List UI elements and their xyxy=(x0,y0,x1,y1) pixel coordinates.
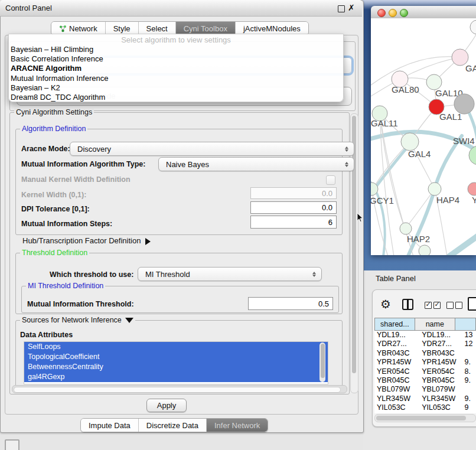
which-threshold-combo[interactable]: MI Threshold xyxy=(138,267,322,281)
scrollbar-thumb[interactable] xyxy=(14,387,341,393)
tab-label: jActiveMNodules xyxy=(243,24,301,33)
table-row[interactable]: YBR045CYBR045C9. xyxy=(374,376,476,385)
tab-infer-network[interactable]: Infer Network xyxy=(206,419,268,432)
unchecked-box-icon xyxy=(455,302,462,309)
node-label-gal1: GAL1 xyxy=(439,112,462,122)
network-node-y[interactable] xyxy=(468,182,476,195)
network-node[interactable] xyxy=(454,94,474,114)
minimize-traffic-light-icon[interactable] xyxy=(389,9,397,17)
mi-steps-label: Mutual Information Steps: xyxy=(21,220,112,228)
page-icon[interactable] xyxy=(468,297,476,311)
table-cell: YBR045C xyxy=(419,376,464,385)
tab-impute-data[interactable]: Impute Data xyxy=(81,419,138,432)
floating-widget[interactable] xyxy=(5,439,19,450)
column-header-shared[interactable]: shared... xyxy=(374,318,415,331)
table-row[interactable]: YDR27...YDR27...12 xyxy=(374,340,476,348)
tab-label: Infer Network xyxy=(214,421,260,430)
table-row[interactable]: YER054CYER054C8. xyxy=(374,367,476,376)
table-cell: 13 xyxy=(464,331,476,340)
table-cell: 8. xyxy=(464,367,476,376)
manual-kernel-checkbox[interactable] xyxy=(326,175,335,185)
algorithm-option-basic-correlation-inference[interactable]: Basic Correlation Inference xyxy=(9,54,343,64)
algorithm-option-mutual-information-inference[interactable]: Mutual Information Inference xyxy=(9,74,343,83)
algorithm-option-aracne-algorithm[interactable]: ARACNE Algorithm xyxy=(9,64,343,73)
zoom-traffic-light-icon[interactable] xyxy=(400,9,408,17)
attributes-list-scrollbar[interactable] xyxy=(319,343,325,382)
table-horizontal-scrollbar[interactable] xyxy=(374,414,476,422)
stepper-arrows-icon xyxy=(344,162,349,167)
settings-horizontal-scrollbar[interactable] xyxy=(12,385,347,393)
network-node-hap2[interactable] xyxy=(400,223,412,234)
close-icon[interactable]: ✗ xyxy=(348,3,355,12)
table-row[interactable]: YDL19...YDL19...13 xyxy=(374,331,476,340)
table-row[interactable]: YPR145WYPR145W9. xyxy=(374,358,476,367)
tab-discretize-data[interactable]: Discretize Data xyxy=(138,419,206,432)
close-traffic-light-icon[interactable] xyxy=(377,9,386,17)
tab-style[interactable]: Style xyxy=(105,22,138,35)
network-node[interactable] xyxy=(470,20,476,34)
mi-steps-field[interactable] xyxy=(250,216,337,229)
column-header-name[interactable]: name xyxy=(415,318,455,331)
select-all-icon[interactable] xyxy=(425,302,441,309)
algorithm-option-bayesian-k2[interactable]: Bayesian – K2 xyxy=(9,83,343,93)
network-canvas[interactable]: GALGAL80GAL10GAL1GAL11SWI4GAL4GCY1HAP4YH… xyxy=(371,18,476,255)
collapse-arrow-icon xyxy=(125,318,133,323)
mi-threshold-field[interactable] xyxy=(248,297,333,310)
table-row[interactable]: YIL053CYIL053C9 xyxy=(374,403,476,412)
data-attribute-item[interactable]: BetweennessCentrality xyxy=(24,362,328,372)
stepper-arrows-icon xyxy=(311,272,317,277)
tab-label: Style xyxy=(113,24,131,33)
algorithm-dropdown-list: Bayesian – Hill ClimbingBasic Correlatio… xyxy=(9,45,343,102)
dpi-tolerance-label: DPI Tolerance [0,1]: xyxy=(21,205,90,213)
algorithm-option-dream8-dc-tdc-algorithm[interactable]: Dream8 DC_TDC Algorithm xyxy=(9,93,343,102)
network-edge[interactable] xyxy=(371,57,460,89)
data-attribute-item[interactable]: gal4RGexp xyxy=(24,372,328,382)
node-label-y: Y xyxy=(472,195,476,205)
mi-type-combo[interactable]: Naive Bayes xyxy=(158,157,354,171)
column-header-blank[interactable] xyxy=(455,318,476,331)
aracne-mode-combo[interactable]: Discovery xyxy=(70,142,354,156)
which-threshold-value: MI Threshold xyxy=(145,270,311,279)
mi-type-label: Mutual Information Algorithm Type: xyxy=(21,160,145,168)
float-window-icon[interactable] xyxy=(338,5,345,12)
table-row[interactable]: YBR043CYBR043C xyxy=(374,349,476,358)
sources-title: Sources for Network Inference xyxy=(22,316,122,324)
checked-box-icon xyxy=(425,302,432,309)
network-window: GALGAL80GAL10GAL1GAL11SWI4GAL4GCY1HAP4YH… xyxy=(371,6,476,255)
scrollbar-thumb[interactable] xyxy=(376,416,466,420)
data-attribute-item[interactable]: TopologicalCoefficient xyxy=(24,352,328,362)
algorithm-definition-title: Algorithm Definition xyxy=(20,125,87,133)
aracne-mode-label: Aracne Mode: xyxy=(21,145,70,153)
aracne-mode-value: Discovery xyxy=(77,145,344,154)
algorithm-option-bayesian-hill-climbing[interactable]: Bayesian – Hill Climbing xyxy=(9,45,343,54)
apply-button[interactable]: Apply xyxy=(146,399,187,412)
table-row[interactable]: YBL079WYBL079W xyxy=(374,385,476,394)
network-node-hap4[interactable] xyxy=(428,182,441,195)
table-panel-title: Table Panel xyxy=(376,274,416,283)
table-cell: YDL19... xyxy=(374,331,419,340)
gear-icon[interactable]: ⚙ xyxy=(380,297,391,311)
tab-jactivemnodules[interactable]: jActiveMNodules xyxy=(235,22,308,35)
table-row[interactable]: YLR345WYLR345W9. xyxy=(374,394,476,403)
tab-cyni-toolbox[interactable]: Cyni Toolbox xyxy=(175,22,235,35)
tab-label: Cyni Toolbox xyxy=(184,24,227,33)
cyni-settings-title: Cyni Algorithm Settings xyxy=(14,108,94,116)
tab-select[interactable]: Select xyxy=(138,22,175,35)
network-node[interactable] xyxy=(419,245,431,255)
kernel-width-field[interactable] xyxy=(250,187,337,199)
network-window-titlebar[interactable] xyxy=(371,6,476,19)
data-attribute-item[interactable]: SelfLoops xyxy=(24,342,328,352)
tab-network[interactable]: Network xyxy=(51,22,105,35)
node-label-gcy1: GCY1 xyxy=(371,195,394,206)
network-node-gal4[interactable] xyxy=(401,133,419,151)
split-panel-icon[interactable] xyxy=(402,299,413,310)
sources-toggle[interactable]: Sources for Network Inference xyxy=(20,316,135,324)
hub-definition-toggle[interactable]: Hub/Transcription Factor Definition xyxy=(22,236,151,245)
dpi-tolerance-field[interactable] xyxy=(250,201,337,214)
deselect-all-icon[interactable] xyxy=(446,302,462,309)
unchecked-box-icon xyxy=(446,302,454,309)
manual-kernel-label: Manual Kernel Width Definition xyxy=(21,175,131,184)
scrollbar-thumb[interactable] xyxy=(321,344,325,378)
table-cell: YDL19... xyxy=(419,331,464,340)
data-attributes-list[interactable]: SelfLoopsTopologicalCoefficientBetweenne… xyxy=(24,341,328,384)
